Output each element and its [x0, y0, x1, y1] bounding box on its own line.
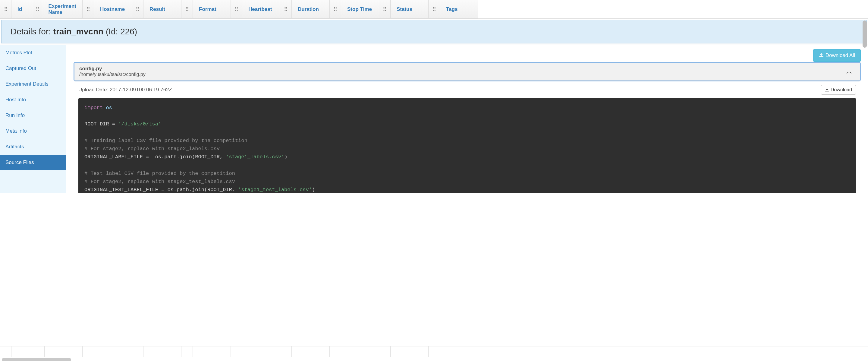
table-header: IdExperiment NameHostnameResultFormatHea… [0, 0, 868, 19]
column-id: Id [0, 0, 33, 19]
column-header-duration[interactable]: Duration [292, 0, 330, 19]
details-id: (Id: 226) [103, 27, 137, 36]
table-cell [341, 346, 379, 357]
details-prefix: Details for: [10, 27, 53, 36]
sidebar-item-metrics[interactable]: Metrics Plot [0, 45, 66, 61]
table-cell [330, 346, 341, 357]
table-cell [0, 346, 11, 357]
table-cell [11, 346, 33, 357]
column-header-format[interactable]: Format [193, 0, 231, 19]
table-cell [144, 346, 181, 357]
upload-date: Upload Date: 2017-12-09T00:06:19.762Z [79, 87, 821, 93]
table-cell [440, 346, 478, 357]
sidebar-item-runinfo[interactable]: Run Info [0, 108, 66, 123]
column-header-experiment_name[interactable]: Experiment Name [42, 0, 83, 19]
file-name: config.py [79, 66, 844, 72]
table-cell [429, 346, 440, 357]
column-result: Result [132, 0, 181, 19]
table-cell [292, 346, 330, 357]
sidebar-item-metainfo[interactable]: Meta Info [0, 123, 66, 139]
column-experiment_name: Experiment Name [33, 0, 83, 19]
chevron-up-icon[interactable]: ︿ [844, 67, 855, 76]
column-header-result[interactable]: Result [144, 0, 181, 19]
vertical-scrollbar[interactable] [863, 21, 867, 48]
file-header[interactable]: config.py /home/yusaku/tsa/src/config.py… [74, 63, 860, 81]
download-file-button[interactable]: Download [821, 85, 856, 95]
column-format: Format [181, 0, 231, 19]
sidebar: Metrics PlotCaptured OutExperiment Detai… [0, 45, 66, 193]
sidebar-item-captured[interactable]: Captured Out [0, 61, 66, 76]
drag-handle-icon[interactable] [83, 0, 94, 19]
file-panel: config.py /home/yusaku/tsa/src/config.py… [73, 62, 861, 82]
download-icon [819, 53, 824, 58]
drag-handle-icon[interactable] [429, 0, 440, 19]
column-status: Status [379, 0, 429, 19]
column-header-status[interactable]: Status [391, 0, 429, 19]
content-pane: Download All config.py /home/yusaku/tsa/… [66, 45, 868, 193]
sidebar-item-expdet[interactable]: Experiment Details [0, 76, 66, 92]
download-all-label: Download All [826, 53, 855, 58]
column-hostname: Hostname [83, 0, 132, 19]
drag-handle-icon[interactable] [132, 0, 144, 19]
column-header-id[interactable]: Id [11, 0, 33, 19]
drag-handle-icon[interactable] [181, 0, 193, 19]
table-cell [33, 346, 44, 357]
column-duration: Duration [280, 0, 330, 19]
column-tags: Tags [429, 0, 478, 19]
sidebar-item-artifacts[interactable]: Artifacts [0, 139, 66, 155]
table-cell [83, 346, 94, 357]
table-cell [193, 346, 231, 357]
table-cell [94, 346, 132, 357]
sidebar-item-hostinfo[interactable]: Host Info [0, 92, 66, 108]
drag-handle-icon[interactable] [379, 0, 391, 19]
column-header-tags[interactable]: Tags [440, 0, 478, 19]
table-cell [242, 346, 280, 357]
column-header-heartbeat[interactable]: Heartbeat [242, 0, 280, 19]
column-header-stop_time[interactable]: Stop Time [341, 0, 379, 19]
download-all-button[interactable]: Download All [813, 49, 861, 62]
horizontal-scrollbar[interactable] [2, 358, 71, 361]
details-banner: Details for: train_mvcnn (Id: 226) [1, 20, 867, 43]
table-cell [280, 346, 292, 357]
file-path: /home/yusaku/tsa/src/config.py [79, 72, 844, 77]
column-heartbeat: Heartbeat [231, 0, 280, 19]
table-cell [391, 346, 429, 357]
column-stop_time: Stop Time [330, 0, 379, 19]
drag-handle-icon[interactable] [280, 0, 292, 19]
table-cell [181, 346, 193, 357]
table-footer-row [0, 346, 868, 357]
drag-handle-icon[interactable] [0, 0, 11, 19]
table-cell [44, 346, 83, 357]
table-cell [132, 346, 144, 357]
sidebar-item-source[interactable]: Source Files [0, 155, 66, 170]
drag-handle-icon[interactable] [330, 0, 341, 19]
column-header-hostname[interactable]: Hostname [94, 0, 132, 19]
table-cell [231, 346, 242, 357]
code-block: import os ROOT_DIR = '/disks/0/tsa' # Tr… [79, 98, 856, 193]
table-cell [379, 346, 391, 357]
download-file-label: Download [831, 87, 852, 92]
drag-handle-icon[interactable] [33, 0, 42, 19]
drag-handle-icon[interactable] [231, 0, 242, 19]
details-experiment-name: train_mvcnn [53, 27, 104, 36]
